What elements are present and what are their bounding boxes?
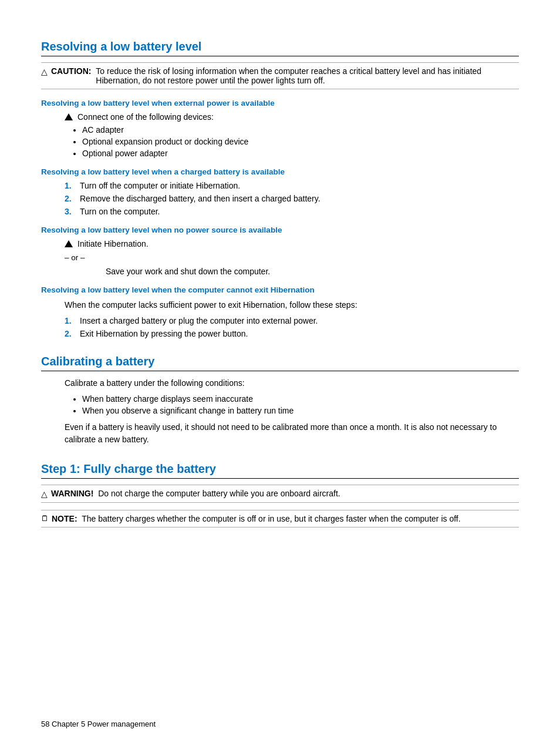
external-power-list: AC adapter Optional expansion product or… bbox=[82, 125, 519, 158]
caution-box: △ CAUTION: To reduce the risk of losing … bbox=[41, 62, 519, 89]
subsection-no-power: Resolving a low battery level when no po… bbox=[41, 226, 519, 276]
section3-block: Step 1: Fully charge the battery △ WARNI… bbox=[41, 462, 519, 527]
subsection-charged-battery: Resolving a low battery level when a cha… bbox=[41, 167, 519, 216]
section1-block: Resolving a low battery level △ CAUTION:… bbox=[41, 40, 519, 338]
list-item: Optional power adapter bbox=[82, 149, 519, 158]
calibrate-list: When battery charge displays seem inaccu… bbox=[82, 394, 519, 415]
cannot-exit-intro: When the computer lacks sufficient power… bbox=[65, 299, 519, 311]
note-label: NOTE: bbox=[52, 514, 77, 523]
caution-label: CAUTION: bbox=[51, 66, 91, 76]
warning-text: Do not charge the computer battery while… bbox=[98, 489, 340, 498]
no-power-warning: Initiate Hibernation. bbox=[65, 239, 519, 248]
save-work-text: Save your work and shut down the compute… bbox=[106, 267, 519, 276]
section2-block: Calibrating a battery Calibrate a batter… bbox=[41, 355, 519, 446]
list-item: 2.Exit Hibernation by pressing the power… bbox=[65, 329, 519, 338]
subsection-charged-title: Resolving a low battery level when a cha… bbox=[41, 167, 519, 176]
list-item: 1.Insert a charged battery or plug the c… bbox=[65, 316, 519, 325]
section3-title: Step 1: Fully charge the battery bbox=[41, 462, 519, 479]
section1-title: Resolving a low battery level bbox=[41, 40, 519, 56]
section2-extra: Even if a battery is heavily used, it sh… bbox=[65, 421, 519, 446]
subsection-external-title: Resolving a low battery level when exter… bbox=[41, 99, 519, 107]
warning-label: WARNING! bbox=[51, 489, 93, 498]
cannot-exit-content: When the computer lacks sufficient power… bbox=[65, 299, 519, 338]
no-power-content: Initiate Hibernation. – or – Save your w… bbox=[65, 239, 519, 276]
section2-content: Calibrate a battery under the following … bbox=[65, 377, 519, 446]
list-item: 2.Remove the discharged battery, and the… bbox=[65, 194, 519, 203]
list-item: AC adapter bbox=[82, 125, 519, 135]
external-power-content: Connect one of the following devices: AC… bbox=[65, 112, 519, 158]
external-power-warning: Connect one of the following devices: bbox=[65, 112, 519, 122]
warning-triangle-icon: △ bbox=[41, 489, 48, 499]
or-text: – or – bbox=[65, 253, 519, 262]
section2-title: Calibrating a battery bbox=[41, 355, 519, 371]
list-item: Optional expansion product or docking de… bbox=[82, 137, 519, 146]
note-icon: 🗒 bbox=[41, 514, 49, 523]
subsection-cannot-exit: Resolving a low battery level when the c… bbox=[41, 285, 519, 338]
charged-steps-list: 1.Turn off the computer or initiate Hibe… bbox=[65, 181, 519, 216]
list-item: 3.Turn on the computer. bbox=[65, 207, 519, 216]
triangle-filled-icon2 bbox=[65, 240, 73, 247]
list-item: When battery charge displays seem inaccu… bbox=[82, 394, 519, 404]
list-item: 1.Turn off the computer or initiate Hibe… bbox=[65, 181, 519, 190]
section2-intro: Calibrate a battery under the following … bbox=[65, 377, 519, 389]
note-text: The battery charges whether the computer… bbox=[82, 514, 460, 523]
charged-battery-content: 1.Turn off the computer or initiate Hibe… bbox=[65, 181, 519, 216]
caution-text: To reduce the risk of losing information… bbox=[96, 66, 519, 85]
subsection-external-power: Resolving a low battery level when exter… bbox=[41, 99, 519, 158]
note-box: 🗒 NOTE: The battery charges whether the … bbox=[41, 510, 519, 527]
triangle-filled-icon bbox=[65, 113, 73, 120]
subsection-cannot-exit-title: Resolving a low battery level when the c… bbox=[41, 285, 519, 294]
cannot-exit-steps-list: 1.Insert a charged battery or plug the c… bbox=[65, 316, 519, 338]
caution-triangle-icon: △ bbox=[41, 67, 48, 76]
list-item: When you observe a significant change in… bbox=[82, 406, 519, 415]
page-footer: 58 Chapter 5 Power management bbox=[41, 720, 156, 728]
subsection-no-power-title: Resolving a low battery level when no po… bbox=[41, 226, 519, 234]
warning-box: △ WARNING! Do not charge the computer ba… bbox=[41, 485, 519, 503]
